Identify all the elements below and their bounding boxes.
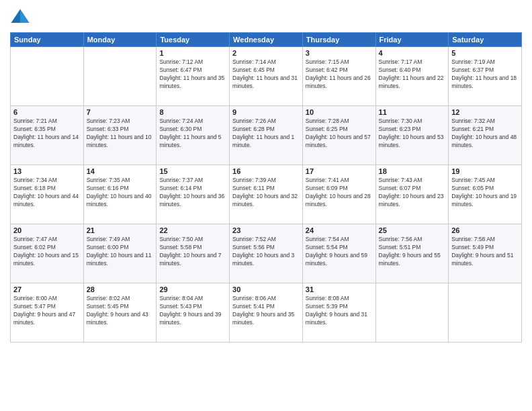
- day-number: 5: [451, 49, 519, 57]
- day-number: 14: [87, 167, 154, 175]
- day-number: 12: [451, 108, 519, 116]
- day-cell: 11Sunrise: 7:30 AM Sunset: 6:23 PM Dayli…: [375, 106, 449, 165]
- day-cell: 9Sunrise: 7:26 AM Sunset: 6:28 PM Daylig…: [230, 106, 303, 165]
- calendar-table: SundayMondayTuesdayWednesdayThursdayFrid…: [10, 32, 522, 342]
- day-info: Sunrise: 7:52 AM Sunset: 5:56 PM Dayligh…: [232, 236, 300, 268]
- day-header-saturday: Saturday: [449, 33, 522, 47]
- week-row-3: 13Sunrise: 7:34 AM Sunset: 6:18 PM Dayli…: [11, 165, 522, 224]
- day-info: Sunrise: 7:47 AM Sunset: 6:02 PM Dayligh…: [13, 236, 81, 268]
- day-number: 21: [87, 226, 154, 234]
- day-cell: 4Sunrise: 7:17 AM Sunset: 6:40 PM Daylig…: [375, 47, 449, 106]
- day-cell: 3Sunrise: 7:15 AM Sunset: 6:42 PM Daylig…: [302, 47, 375, 106]
- day-info: Sunrise: 7:45 AM Sunset: 6:05 PM Dayligh…: [451, 177, 519, 209]
- day-number: 3: [306, 49, 373, 57]
- day-cell: 18Sunrise: 7:43 AM Sunset: 6:07 PM Dayli…: [375, 165, 449, 224]
- day-info: Sunrise: 8:02 AM Sunset: 5:45 PM Dayligh…: [87, 295, 154, 327]
- day-cell: 19Sunrise: 7:45 AM Sunset: 6:05 PM Dayli…: [449, 165, 522, 224]
- day-cell: [375, 283, 449, 342]
- day-info: Sunrise: 7:32 AM Sunset: 6:21 PM Dayligh…: [451, 118, 519, 150]
- day-number: 9: [232, 108, 300, 116]
- day-cell: 30Sunrise: 8:06 AM Sunset: 5:41 PM Dayli…: [230, 283, 303, 342]
- logo: [10, 7, 33, 27]
- day-info: Sunrise: 8:04 AM Sunset: 5:43 PM Dayligh…: [159, 295, 226, 327]
- day-info: Sunrise: 7:49 AM Sunset: 6:00 PM Dayligh…: [87, 236, 154, 268]
- week-row-2: 6Sunrise: 7:21 AM Sunset: 6:35 PM Daylig…: [11, 106, 522, 165]
- day-number: 26: [451, 226, 519, 234]
- day-cell: 23Sunrise: 7:52 AM Sunset: 5:56 PM Dayli…: [230, 224, 303, 283]
- day-number: 11: [379, 108, 446, 116]
- day-number: 6: [13, 108, 81, 116]
- day-cell: 24Sunrise: 7:54 AM Sunset: 5:54 PM Dayli…: [302, 224, 375, 283]
- day-cell: 5Sunrise: 7:19 AM Sunset: 6:37 PM Daylig…: [449, 47, 522, 106]
- day-cell: 7Sunrise: 7:23 AM Sunset: 6:33 PM Daylig…: [83, 106, 157, 165]
- day-number: 23: [232, 226, 300, 234]
- week-row-4: 20Sunrise: 7:47 AM Sunset: 6:02 PM Dayli…: [11, 224, 522, 283]
- day-cell: [449, 283, 522, 342]
- day-cell: [83, 47, 157, 106]
- day-cell: 21Sunrise: 7:49 AM Sunset: 6:00 PM Dayli…: [83, 224, 157, 283]
- day-header-monday: Monday: [83, 33, 157, 47]
- day-number: 31: [306, 285, 373, 293]
- day-info: Sunrise: 8:08 AM Sunset: 5:39 PM Dayligh…: [306, 295, 373, 327]
- day-cell: [11, 47, 84, 106]
- day-cell: 20Sunrise: 7:47 AM Sunset: 6:02 PM Dayli…: [11, 224, 84, 283]
- day-info: Sunrise: 7:26 AM Sunset: 6:28 PM Dayligh…: [232, 118, 300, 150]
- day-number: 2: [232, 49, 300, 57]
- day-header-sunday: Sunday: [11, 33, 84, 47]
- day-number: 25: [379, 226, 446, 234]
- day-number: 1: [159, 49, 226, 57]
- day-cell: 15Sunrise: 7:37 AM Sunset: 6:14 PM Dayli…: [157, 165, 230, 224]
- day-cell: 31Sunrise: 8:08 AM Sunset: 5:39 PM Dayli…: [302, 283, 375, 342]
- day-cell: 1Sunrise: 7:12 AM Sunset: 6:47 PM Daylig…: [157, 47, 230, 106]
- day-info: Sunrise: 7:12 AM Sunset: 6:47 PM Dayligh…: [159, 58, 226, 91]
- day-info: Sunrise: 7:19 AM Sunset: 6:37 PM Dayligh…: [451, 58, 519, 91]
- header: [10, 7, 522, 27]
- day-header-tuesday: Tuesday: [157, 33, 230, 47]
- day-cell: 13Sunrise: 7:34 AM Sunset: 6:18 PM Dayli…: [11, 165, 84, 224]
- week-row-1: 1Sunrise: 7:12 AM Sunset: 6:47 PM Daylig…: [11, 47, 522, 106]
- day-number: 15: [159, 167, 226, 175]
- day-info: Sunrise: 7:21 AM Sunset: 6:35 PM Dayligh…: [13, 118, 81, 150]
- day-info: Sunrise: 7:24 AM Sunset: 6:30 PM Dayligh…: [159, 118, 226, 150]
- day-info: Sunrise: 7:37 AM Sunset: 6:14 PM Dayligh…: [159, 177, 226, 209]
- day-info: Sunrise: 7:15 AM Sunset: 6:42 PM Dayligh…: [306, 58, 373, 91]
- week-row-5: 27Sunrise: 8:00 AM Sunset: 5:47 PM Dayli…: [11, 283, 522, 342]
- day-number: 22: [159, 226, 226, 234]
- day-cell: 29Sunrise: 8:04 AM Sunset: 5:43 PM Dayli…: [157, 283, 230, 342]
- day-header-thursday: Thursday: [302, 33, 375, 47]
- day-info: Sunrise: 7:34 AM Sunset: 6:18 PM Dayligh…: [13, 177, 81, 209]
- day-info: Sunrise: 7:56 AM Sunset: 5:51 PM Dayligh…: [379, 236, 446, 268]
- day-cell: 25Sunrise: 7:56 AM Sunset: 5:51 PM Dayli…: [375, 224, 449, 283]
- day-cell: 26Sunrise: 7:58 AM Sunset: 5:49 PM Dayli…: [449, 224, 522, 283]
- day-number: 24: [306, 226, 373, 234]
- day-number: 7: [87, 108, 154, 116]
- day-cell: 28Sunrise: 8:02 AM Sunset: 5:45 PM Dayli…: [83, 283, 157, 342]
- day-info: Sunrise: 7:58 AM Sunset: 5:49 PM Dayligh…: [451, 236, 519, 268]
- day-info: Sunrise: 7:28 AM Sunset: 6:25 PM Dayligh…: [306, 118, 373, 150]
- day-cell: 14Sunrise: 7:35 AM Sunset: 6:16 PM Dayli…: [83, 165, 157, 224]
- day-cell: 22Sunrise: 7:50 AM Sunset: 5:58 PM Dayli…: [157, 224, 230, 283]
- day-info: Sunrise: 7:17 AM Sunset: 6:40 PM Dayligh…: [379, 58, 446, 91]
- day-number: 19: [451, 167, 519, 175]
- day-info: Sunrise: 8:06 AM Sunset: 5:41 PM Dayligh…: [232, 295, 300, 327]
- day-header-friday: Friday: [375, 33, 449, 47]
- svg-marker-1: [20, 9, 30, 23]
- day-info: Sunrise: 7:54 AM Sunset: 5:54 PM Dayligh…: [306, 236, 373, 268]
- day-info: Sunrise: 7:14 AM Sunset: 6:45 PM Dayligh…: [232, 58, 300, 91]
- day-cell: 12Sunrise: 7:32 AM Sunset: 6:21 PM Dayli…: [449, 106, 522, 165]
- day-info: Sunrise: 7:23 AM Sunset: 6:33 PM Dayligh…: [87, 118, 154, 150]
- day-number: 4: [379, 49, 446, 57]
- day-header-wednesday: Wednesday: [230, 33, 303, 47]
- day-cell: 2Sunrise: 7:14 AM Sunset: 6:45 PM Daylig…: [230, 47, 303, 106]
- day-cell: 6Sunrise: 7:21 AM Sunset: 6:35 PM Daylig…: [11, 106, 84, 165]
- page: SundayMondayTuesdayWednesdayThursdayFrid…: [0, 0, 532, 411]
- logo-icon: [10, 7, 30, 27]
- day-number: 16: [232, 167, 300, 175]
- day-cell: 27Sunrise: 8:00 AM Sunset: 5:47 PM Dayli…: [11, 283, 84, 342]
- day-info: Sunrise: 7:41 AM Sunset: 6:09 PM Dayligh…: [306, 177, 373, 209]
- day-number: 17: [306, 167, 373, 175]
- day-number: 30: [232, 285, 300, 293]
- day-info: Sunrise: 7:39 AM Sunset: 6:11 PM Dayligh…: [232, 177, 300, 209]
- day-cell: 8Sunrise: 7:24 AM Sunset: 6:30 PM Daylig…: [157, 106, 230, 165]
- day-info: Sunrise: 7:43 AM Sunset: 6:07 PM Dayligh…: [379, 177, 446, 209]
